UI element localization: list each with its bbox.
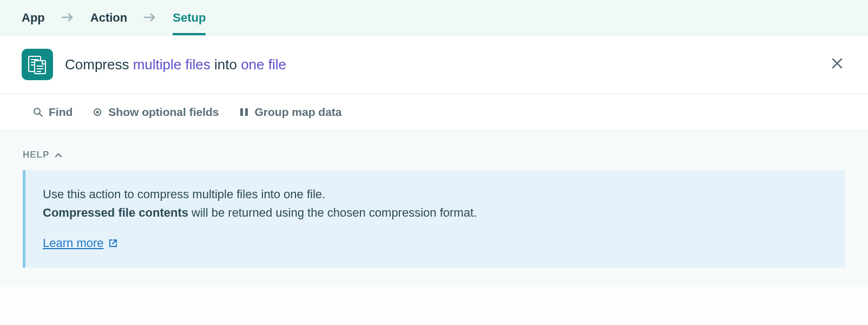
svg-line-9	[40, 114, 42, 116]
tab-action-label: Action	[90, 11, 127, 25]
show-optional-label: Show optional fields	[108, 106, 219, 119]
learn-more-link[interactable]: Learn more	[43, 234, 118, 252]
external-link-icon	[108, 238, 118, 248]
find-label: Find	[49, 106, 73, 119]
step-tabs: App Action Setup	[0, 0, 868, 36]
eye-icon	[92, 107, 103, 118]
tab-app[interactable]: App	[22, 0, 45, 35]
learn-more-label: Learn more	[43, 234, 104, 252]
title-variable-target[interactable]: one file	[241, 56, 286, 73]
action-header: Compress multiple files into one file	[0, 36, 868, 94]
setup-toolbar: Find Show optional fields Group map data	[0, 94, 868, 131]
tab-setup-label: Setup	[173, 11, 206, 25]
group-icon	[239, 107, 249, 118]
chevron-right-icon	[61, 11, 74, 25]
files-app-icon	[22, 49, 53, 80]
close-icon	[831, 57, 843, 69]
help-heading: HELP	[23, 150, 49, 160]
main-content: HELP Use this action to compress multipl…	[0, 131, 868, 286]
close-button[interactable]	[828, 53, 846, 76]
svg-rect-13	[245, 108, 248, 116]
svg-point-11	[96, 111, 99, 114]
title-text-prefix: Compress	[65, 56, 133, 73]
group-map-label: Group map data	[255, 106, 342, 119]
help-line-2-rest: will be returned using the chosen compre…	[188, 206, 477, 219]
search-icon	[32, 107, 43, 118]
tab-setup[interactable]: Setup	[173, 0, 206, 35]
group-map-data-button[interactable]: Group map data	[239, 106, 342, 119]
tab-action[interactable]: Action	[90, 0, 127, 35]
help-line-1: Use this action to compress multiple fil…	[43, 185, 828, 204]
title-variable-source[interactable]: multiple files	[133, 56, 211, 73]
svg-rect-12	[240, 108, 243, 116]
chevron-right-icon	[143, 11, 156, 25]
help-panel: Use this action to compress multiple fil…	[23, 170, 845, 268]
chevron-up-icon	[55, 152, 62, 158]
tab-app-label: App	[22, 11, 45, 25]
show-optional-fields-button[interactable]: Show optional fields	[92, 106, 219, 119]
help-section-toggle[interactable]: HELP	[23, 150, 845, 160]
help-line-2-bold: Compressed file contents	[43, 206, 188, 219]
title-text-mid: into	[211, 56, 241, 73]
action-title: Compress multiple files into one file	[65, 56, 828, 73]
find-button[interactable]: Find	[32, 106, 73, 119]
svg-line-14	[113, 240, 116, 244]
help-line-2: Compressed file contents will be returne…	[43, 204, 828, 222]
